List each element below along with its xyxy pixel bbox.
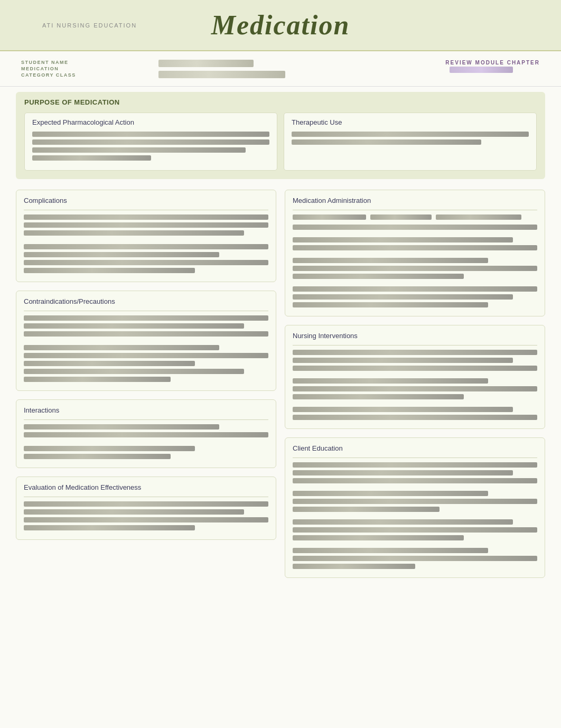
header-subtitle: ATI NURSING EDUCATION: [42, 22, 137, 29]
purpose-title: PURPOSE OF MEDICATION: [24, 98, 537, 106]
expected-pharmacological-card: Expected Pharmacological Action: [24, 113, 277, 171]
spacer: [293, 253, 537, 255]
blur-line: [293, 564, 415, 569]
spacer: [293, 543, 537, 545]
blur-line: [24, 345, 219, 350]
blur-line: [24, 222, 268, 228]
blur-line: [293, 407, 513, 412]
blur-line: [293, 556, 537, 561]
blur-line: [293, 462, 537, 468]
divider: [24, 497, 268, 497]
blur-line: [24, 331, 268, 337]
spacer: [293, 515, 537, 517]
blur-line: [436, 214, 521, 220]
blur-line: [292, 132, 529, 137]
complications-card: Complications: [16, 190, 276, 282]
blur-line: [293, 237, 513, 242]
nursing-interventions-title: Nursing Interventions: [293, 332, 537, 340]
main-content: PURPOSE OF MEDICATION Expected Pharmacol…: [0, 87, 561, 594]
blur-line: [293, 535, 464, 540]
blur-line: [293, 274, 464, 279]
purpose-grid: Expected Pharmacological Action Therapeu…: [24, 113, 537, 171]
evaluation-content: [24, 501, 268, 530]
client-education-title: Client Education: [293, 444, 537, 452]
blur-line: [293, 294, 513, 300]
spacer: [293, 402, 537, 404]
therapeutic-use-title: Therapeutic Use: [292, 118, 529, 126]
blur-line: [24, 501, 268, 507]
blur-line: [24, 315, 268, 321]
blur-line: [293, 470, 513, 475]
blur-line: [24, 323, 244, 329]
contraindications-content: [24, 315, 268, 382]
blur-line: [32, 132, 269, 137]
blur-line: [293, 527, 537, 533]
right-column: Medication Administration: [285, 190, 545, 578]
blur-line: [293, 548, 488, 553]
header: ATI NURSING EDUCATION Medication: [0, 0, 561, 51]
spacer: [24, 440, 268, 443]
two-col-layout: Complications Contraindic: [16, 190, 545, 578]
nursing-interventions-card: Nursing Interventions: [285, 325, 545, 429]
blur-line: [24, 525, 195, 530]
blur-line: [293, 366, 537, 371]
blur-line: [24, 369, 244, 374]
spacer: [293, 374, 537, 376]
medication-admin-card: Medication Administration: [285, 190, 545, 316]
blur-line: [24, 377, 171, 382]
spacer: [24, 238, 268, 241]
blur-line: [24, 230, 244, 236]
blur-line: [293, 415, 537, 420]
blur-line: [293, 519, 513, 525]
blur-line: [24, 446, 195, 451]
blur-line: [24, 509, 244, 515]
evaluation-title: Evaluation of Medication Effectiveness: [24, 483, 268, 491]
blur-line: [24, 353, 268, 358]
blur-line: [293, 266, 537, 271]
expected-pharmacological-content: [32, 132, 269, 161]
divider: [293, 210, 537, 210]
student-name-label: STUDENT NAME: [21, 60, 127, 65]
divider: [293, 458, 537, 458]
divider: [24, 419, 268, 420]
page: ATI NURSING EDUCATION Medication STUDENT…: [0, 0, 561, 728]
student-name-value: [158, 60, 254, 67]
blur-line: [24, 244, 268, 249]
blur-line: [24, 260, 268, 265]
left-column: Complications Contraindic: [16, 190, 276, 578]
expected-pharmacological-title: Expected Pharmacological Action: [32, 118, 269, 126]
evaluation-card: Evaluation of Medication Effectiveness: [16, 477, 276, 540]
interactions-title: Interactions: [24, 406, 268, 414]
client-education-card: Client Education: [285, 437, 545, 578]
blur-line: [293, 302, 488, 307]
client-education-content: [293, 462, 537, 569]
spacer: [293, 282, 537, 284]
blur-line: [32, 139, 269, 145]
spacer: [293, 486, 537, 488]
blur-line: [293, 394, 464, 399]
blur-line: [293, 378, 488, 384]
info-bar: STUDENT NAME MEDICATION CATEGORY CLASS R…: [0, 51, 561, 87]
header-title: Medication: [211, 10, 350, 41]
blur-line: [292, 139, 481, 145]
complications-content: [24, 214, 268, 273]
purpose-section: PURPOSE OF MEDICATION Expected Pharmacol…: [16, 92, 545, 179]
blur-line: [293, 478, 537, 483]
blur-line: [293, 358, 513, 363]
blur-line: [293, 286, 537, 292]
review-module-label: REVIEW MODULE CHAPTER: [445, 60, 540, 66]
blur-line: [24, 517, 268, 522]
medication-value: [158, 71, 285, 78]
blur-line: [370, 214, 432, 220]
blur-line: [24, 424, 219, 430]
nursing-interventions-content: [293, 350, 537, 420]
info-right: REVIEW MODULE CHAPTER: [445, 60, 540, 73]
therapeutic-use-card: Therapeutic Use: [284, 113, 537, 171]
therapeutic-use-content: [292, 132, 529, 145]
review-module-value: [450, 67, 513, 73]
category-label: CATEGORY CLASS: [21, 72, 127, 78]
contraindications-title: Contraindications/Precautions: [24, 297, 268, 305]
divider: [24, 311, 268, 311]
contraindications-card: Contraindications/Precautions: [16, 291, 276, 391]
divider: [24, 210, 268, 210]
